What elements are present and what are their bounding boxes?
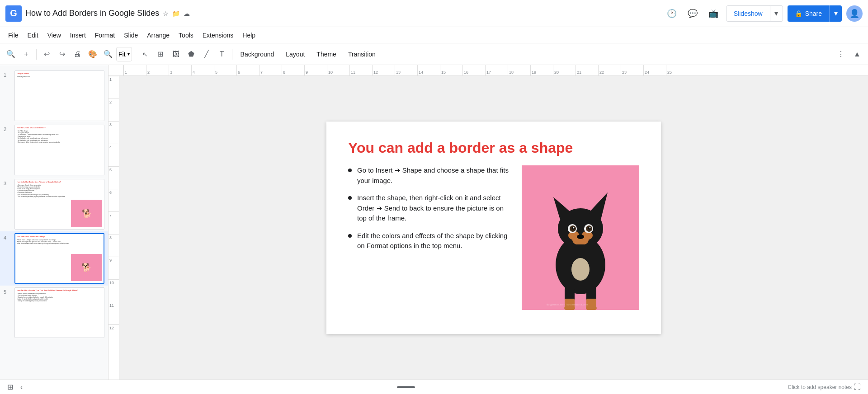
ruler-mark-4: 4 (191, 65, 214, 75)
bottom-center (32, 386, 780, 388)
title-bar: G How to Add Borders in Google Slides ☆ … (0, 0, 868, 27)
slide-heading[interactable]: You can add a border as a shape (348, 140, 639, 156)
user-avatar[interactable]: 👤 (846, 5, 863, 22)
vertical-ruler: 1 2 3 4 5 6 7 8 9 10 11 12 (108, 76, 119, 380)
cloud-icon[interactable]: ☁ (184, 10, 190, 17)
dog-icon-small: 🐕 (82, 209, 92, 219)
menu-slide[interactable]: Slide (119, 30, 142, 41)
share-dropdown[interactable]: ▾ (829, 5, 842, 22)
bottom-bar: ⊞ ‹ Click to add speaker notes ⛶ (0, 380, 868, 394)
slide-item-1[interactable]: 1 Google Slides A Step By Step Guide (0, 69, 108, 123)
bullet-text-2: Insert the shape, then right-click on it… (357, 193, 511, 224)
slide4-thumb-img: 🐕 (71, 254, 102, 281)
menu-arrange[interactable]: Arrange (142, 30, 174, 41)
zoom-out-btn[interactable]: 🔍 (101, 47, 115, 61)
menu-help[interactable]: Help (238, 30, 260, 41)
slideshow-button[interactable]: Slideshow (726, 5, 770, 22)
star-icon[interactable]: ☆ (163, 10, 169, 17)
zoom-in-btn[interactable]: + (19, 47, 33, 61)
dog-svg: dogphotos.com / shutterstock.com (522, 165, 639, 310)
bullet-dot-3 (348, 234, 352, 238)
slide-thumb-2[interactable]: How To Create a Custom Border? • Set Fil… (14, 125, 104, 175)
move-tool[interactable]: ⊞ (153, 47, 168, 61)
select-tool[interactable]: ↖ (138, 47, 152, 61)
transition-btn[interactable]: Transition (343, 47, 381, 61)
ruler-mark-23: 23 (621, 65, 643, 75)
history-icon[interactable]: 🕐 (664, 5, 680, 22)
bullet-text-3: Edit the colors and effects of the shape… (357, 231, 511, 251)
bullet-dot-1 (348, 169, 352, 172)
present-icon[interactable]: 📺 (705, 5, 722, 22)
line-tool[interactable]: ╱ (199, 47, 214, 61)
canvas-container[interactable]: You can add a border as a shape Go to In… (119, 76, 868, 380)
vruler-11: 11 (108, 302, 119, 324)
vruler-7: 7 (108, 211, 119, 234)
menu-bar: File Edit View Insert Format Slide Arran… (0, 27, 868, 43)
theme-btn[interactable]: Theme (311, 47, 342, 61)
menu-format[interactable]: Format (90, 30, 119, 41)
logo-letter: G (10, 8, 17, 19)
vruler-10: 10 (108, 279, 119, 302)
layout-btn[interactable]: Layout (280, 47, 310, 61)
bottom-right: Click to add speaker notes ⛶ (788, 381, 863, 393)
zoom-dropdown-arrow[interactable]: ▾ (127, 52, 130, 56)
zoom-value: Fit (118, 51, 126, 58)
vruler-6: 6 (108, 189, 119, 211)
slide3-thumb-img: 🐕 (71, 200, 102, 227)
folder-icon[interactable]: 📁 (172, 10, 180, 17)
zoom-control[interactable]: Fit ▾ (116, 47, 132, 61)
ruler-mark-9: 9 (304, 65, 327, 75)
undo-btn[interactable]: ↩ (39, 47, 54, 61)
ruler-mark-16: 16 (462, 65, 485, 75)
svg-point-6 (577, 235, 584, 239)
slide-item-2[interactable]: 2 How To Create a Custom Border? • Set F… (0, 123, 108, 177)
nav-back-btn[interactable]: ‹ (19, 381, 24, 393)
bullet-dot-2 (348, 196, 352, 200)
share-label: Share (805, 10, 822, 17)
search-toolbar-btn[interactable]: 🔍 (4, 47, 18, 61)
menu-extensions[interactable]: Extensions (198, 30, 238, 41)
slide-item-5[interactable]: 5 How To Add a Border To a Text Box Or O… (0, 286, 108, 340)
shape-tool[interactable]: ⬟ (184, 47, 198, 61)
expand-btn[interactable]: ⛶ (852, 381, 863, 393)
print-btn[interactable]: 🖨 (70, 47, 85, 61)
ruler-mark-5: 5 (214, 65, 236, 75)
more-options-btn[interactable]: ⋮ (834, 47, 848, 61)
dog-icon-active: 🐕 (81, 263, 91, 272)
ruler-mark-3: 3 (169, 65, 191, 75)
vruler-5: 5 (108, 166, 119, 189)
redo-btn[interactable]: ↪ (55, 47, 69, 61)
text-tool[interactable]: T (215, 47, 229, 61)
grid-view-btn[interactable]: ⊞ (5, 381, 15, 393)
background-btn[interactable]: Background (235, 47, 280, 61)
share-button[interactable]: 🔒 Share (788, 5, 829, 22)
ruler-mark-22: 22 (598, 65, 621, 75)
image-tool[interactable]: 🖼 (169, 47, 183, 61)
bullet-text-1: Go to Insert ➔ Shape and choose a shape … (357, 165, 511, 186)
slide-thumb-4[interactable]: You can add a border as a shape • Go to … (14, 233, 104, 284)
comments-icon[interactable]: 💬 (684, 5, 701, 22)
slide-thumb-3[interactable]: How to Add a Border to a Picture in Goog… (14, 179, 104, 230)
toolbar-right: ⋮ ▲ (834, 47, 864, 61)
toolbar-divider-2 (135, 49, 135, 60)
main-area: 1 Google Slides A Step By Step Guide 2 H… (0, 65, 868, 380)
menu-file[interactable]: File (4, 30, 23, 41)
app-logo[interactable]: G (5, 5, 22, 22)
document-title[interactable]: How to Add Borders in Google Slides (25, 9, 159, 18)
menu-tools[interactable]: Tools (174, 30, 198, 41)
slide-item-3[interactable]: 3 How to Add a Border to a Picture in Go… (0, 177, 108, 231)
slide-thumb-1[interactable]: Google Slides A Step By Step Guide (14, 70, 104, 121)
slide-item-4[interactable]: 4 You can add a border as a shape • Go t… (0, 231, 108, 286)
collapse-btn[interactable]: ▲ (850, 47, 864, 61)
slide-num-4: 4 (4, 233, 11, 240)
paint-format-btn[interactable]: 🎨 (85, 47, 100, 61)
slide-num-3: 3 (4, 179, 11, 186)
slide-thumb-5[interactable]: How To Add a Border To a Text Box Or Oth… (14, 287, 104, 338)
menu-view[interactable]: View (43, 30, 66, 41)
vruler-9: 9 (108, 257, 119, 279)
menu-insert[interactable]: Insert (66, 30, 90, 41)
slideshow-dropdown[interactable]: ▾ (770, 5, 783, 22)
slide-indicator (397, 386, 415, 388)
slide-canvas[interactable]: You can add a border as a shape Go to In… (326, 122, 661, 334)
menu-edit[interactable]: Edit (23, 30, 43, 41)
